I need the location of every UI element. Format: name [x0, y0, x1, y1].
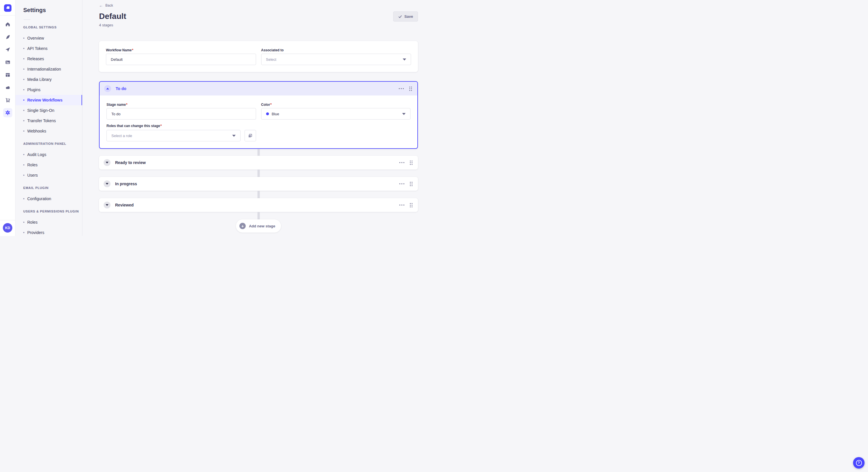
rail-item-layout[interactable] — [3, 70, 12, 79]
stage-title: To do — [116, 86, 394, 91]
sidebar-item-label: Roles — [27, 220, 38, 225]
back-link[interactable]: ← Back — [99, 3, 113, 8]
rail-item-settings[interactable] — [3, 108, 12, 117]
sidebar-item-plugins[interactable]: Plugins — [16, 85, 82, 95]
more-options-button[interactable] — [399, 88, 404, 89]
page-title: Default — [99, 11, 418, 21]
sidebar-item-single-sign-on[interactable]: Single Sign-On — [16, 105, 82, 115]
sidebar-list-admin: Audit Logs Roles Users — [16, 149, 82, 180]
stage-title: In progress — [115, 181, 395, 186]
sidebar-item-label: API Tokens — [27, 46, 48, 51]
sidebar-title: Settings — [23, 7, 82, 13]
apply-roles-to-all-stages-button[interactable] — [245, 130, 256, 141]
stage-roles-label-text: Roles that can change this stage — [106, 124, 160, 128]
drag-dots-icon — [410, 181, 413, 187]
rail-item-content-type-builder[interactable] — [3, 32, 12, 42]
add-new-stage-button[interactable]: + Add new stage — [236, 220, 281, 233]
settings-sidebar: Settings GLOBAL SETTINGS Overview API To… — [16, 0, 82, 236]
sidebar-item-transfer-tokens[interactable]: Transfer Tokens — [16, 115, 82, 126]
expand-button[interactable] — [104, 159, 111, 166]
ellipsis-icon — [399, 204, 404, 206]
drag-handle[interactable] — [410, 160, 413, 165]
save-button[interactable]: Save — [393, 11, 418, 22]
required-asterisk: * — [126, 103, 127, 107]
stage-card-reviewed[interactable]: Reviewed — [99, 198, 418, 212]
page-header: Default 4 stages Save — [99, 11, 418, 28]
bullet-icon — [23, 154, 24, 155]
bullet-icon — [23, 222, 24, 223]
workflow-name-field: Workflow Name* Default — [106, 48, 256, 65]
rail-item-marketplace[interactable] — [3, 96, 12, 105]
plus-icon: + — [239, 223, 246, 229]
stage-card-ready-to-review[interactable]: Ready to review — [99, 156, 418, 169]
rail-item-home[interactable] — [3, 20, 12, 29]
stage-roles-select[interactable]: Select a role — [106, 130, 241, 141]
expand-button[interactable] — [104, 202, 111, 208]
stage-roles-placeholder: Select a role — [112, 134, 132, 138]
user-avatar[interactable]: KD — [3, 223, 12, 233]
workflow-name-label: Workflow Name* — [106, 48, 256, 53]
workflow-name-input[interactable]: Default — [106, 54, 256, 65]
drag-handle[interactable] — [409, 86, 412, 91]
sidebar-item-email-configuration[interactable]: Configuration — [16, 194, 82, 204]
more-options-button[interactable] — [399, 183, 404, 184]
required-asterisk: * — [270, 103, 272, 107]
bullet-icon — [23, 79, 24, 80]
required-asterisk: * — [132, 48, 133, 52]
sidebar-item-up-roles[interactable]: Roles — [16, 217, 82, 227]
drag-dots-icon — [410, 160, 413, 165]
workflow-form-panel: Workflow Name* Default Associated to Sel… — [99, 41, 418, 72]
stage-card-in-progress[interactable]: In progress — [99, 177, 418, 191]
rail-item-cloud[interactable] — [3, 83, 12, 92]
collapse-button[interactable] — [104, 85, 111, 92]
sidebar-item-audit-logs[interactable]: Audit Logs — [16, 149, 82, 160]
stage-name-field: Stage name* To do — [106, 102, 256, 120]
associated-to-field: Associated to Select — [261, 48, 411, 65]
sidebar-item-label: Providers — [27, 230, 44, 235]
bullet-icon — [23, 198, 24, 199]
ellipsis-icon — [399, 162, 404, 163]
more-options-button[interactable] — [399, 204, 404, 206]
sidebar-list-users-permissions: Roles Providers — [16, 217, 82, 236]
stage-connector — [257, 191, 260, 198]
expand-button[interactable] — [104, 180, 111, 187]
drag-handle[interactable] — [410, 203, 413, 208]
sidebar-list-global: Overview API Tokens Releases Internation… — [16, 33, 82, 136]
associated-to-select[interactable]: Select — [261, 54, 411, 65]
sidebar-item-webhooks[interactable]: Webhooks — [16, 126, 82, 136]
rail-item-media-library[interactable] — [3, 58, 12, 67]
sidebar-item-releases[interactable]: Releases — [16, 54, 82, 64]
icon-rail: KD — [0, 0, 16, 236]
app-window: KD Settings GLOBAL SETTINGS Overview API… — [0, 0, 434, 236]
sidebar-item-review-workflows[interactable]: Review Workflows — [16, 95, 82, 105]
check-icon — [398, 14, 402, 19]
stage-name-input[interactable]: To do — [106, 108, 256, 120]
stage-color-select[interactable]: Blue — [261, 108, 411, 120]
bullet-icon — [23, 175, 24, 176]
chevron-down-icon — [402, 113, 406, 115]
chevron-down-icon — [105, 204, 108, 206]
sidebar-item-media-library[interactable]: Media Library — [16, 74, 82, 85]
save-label: Save — [404, 14, 413, 19]
bullet-icon — [23, 232, 24, 233]
sidebar-item-api-tokens[interactable]: API Tokens — [16, 43, 82, 54]
strapi-logo-icon[interactable] — [4, 4, 11, 12]
workflow-name-label-text: Workflow Name — [106, 48, 132, 52]
paper-plane-icon — [5, 47, 11, 53]
more-options-button[interactable] — [399, 162, 404, 163]
associated-to-label: Associated to — [261, 48, 411, 53]
stage-name-label-text: Stage name — [106, 103, 126, 107]
gear-icon — [5, 110, 11, 115]
sidebar-item-up-providers[interactable]: Providers — [16, 227, 82, 236]
stage-connector — [257, 212, 260, 220]
stage-header-to-do[interactable]: To do — [100, 82, 417, 96]
sidebar-item-overview[interactable]: Overview — [16, 33, 82, 43]
sidebar-item-label: Single Sign-On — [27, 108, 54, 113]
chevron-down-icon — [403, 59, 406, 61]
sidebar-item-admin-users[interactable]: Users — [16, 170, 82, 180]
sidebar-item-admin-roles[interactable]: Roles — [16, 160, 82, 170]
sidebar-item-internationalization[interactable]: Internationalization — [16, 64, 82, 74]
rail-nav — [0, 15, 15, 119]
rail-item-deploy[interactable] — [3, 45, 12, 54]
drag-handle[interactable] — [410, 181, 413, 187]
